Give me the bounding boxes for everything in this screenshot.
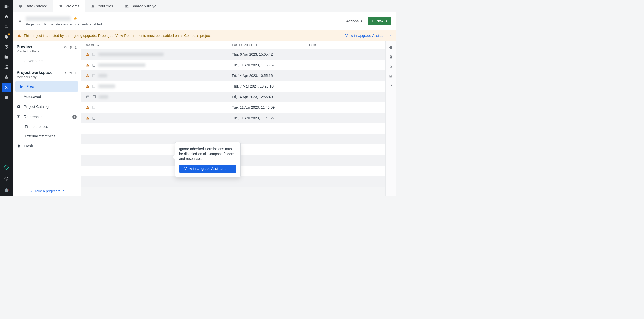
lock-icon[interactable] <box>387 53 395 61</box>
box-icon <box>59 4 63 8</box>
right-detail-rail <box>385 41 396 196</box>
home-icon[interactable] <box>2 12 11 21</box>
new-button[interactable]: ＋ New ▼ <box>368 17 391 25</box>
table-row[interactable]: Tue, 11 Apr 2023, 11:46:09 <box>81 102 385 113</box>
apps-icon[interactable] <box>2 63 11 72</box>
table-row[interactable]: Fri, 14 Apr 2023, 12:56:40 <box>81 92 385 102</box>
preview-title: Preview <box>17 45 39 49</box>
project-tour-link[interactable]: ✦ Take a project tour <box>13 186 81 196</box>
branches-icon[interactable] <box>2 83 11 92</box>
warning-icon <box>86 63 89 67</box>
file-listing: NAME ▲ LAST UPDATED TAGS Thu, 6 Apr 2023… <box>81 41 385 196</box>
svg-rect-18 <box>93 64 95 66</box>
rss-icon[interactable] <box>387 63 395 70</box>
copy-icon[interactable] <box>69 71 72 75</box>
left-nav-rail: ? 🤖 <box>0 0 13 196</box>
folder-icon[interactable] <box>2 52 11 62</box>
project-subtitle: Project with Propagate view requirements… <box>26 22 102 26</box>
banner-upgrade-link[interactable]: View in Upgrade Assistant → <box>345 34 391 38</box>
svg-point-1 <box>5 65 5 66</box>
filename-redacted <box>99 95 108 99</box>
info-icon[interactable] <box>387 44 395 51</box>
tab-your-files[interactable]: Your files <box>85 0 119 12</box>
sidebar-item-files[interactable]: Files <box>15 81 78 92</box>
button-label: View in Upgrade Assistant <box>184 167 225 171</box>
tooltip-upgrade-button[interactable]: View in Upgrade Assistant → <box>179 165 236 173</box>
folder-open-icon <box>19 84 23 89</box>
menu-icon[interactable] <box>2 2 11 11</box>
table-row[interactable]: Thu, 6 Apr 2023, 15:05:42 <box>81 49 385 60</box>
notifications-icon[interactable] <box>2 32 11 41</box>
column-tags[interactable]: TAGS <box>309 43 380 47</box>
cell-updated: Tue, 11 Apr 2023, 11:46:09 <box>232 105 309 109</box>
history-icon[interactable] <box>2 42 11 51</box>
cell-updated: Tue, 11 Apr 2023, 11:53:57 <box>232 63 309 67</box>
sidebar-label: Trash <box>24 144 33 148</box>
external-link-icon: → <box>387 33 392 38</box>
calendar-icon <box>86 95 90 99</box>
preview-subtitle: Visible to others <box>17 50 39 53</box>
table-row-empty <box>81 123 385 134</box>
avatar-icon[interactable]: 🤖 <box>2 185 11 194</box>
help-icon[interactable]: ? <box>2 174 11 183</box>
sidebar-item-autosaved[interactable]: Autosaved <box>13 92 81 102</box>
workspace-title: Project workspace <box>17 70 52 75</box>
chevron-down-icon: ▼ <box>360 20 363 22</box>
sidebar-item-trash[interactable]: Trash <box>13 141 81 151</box>
column-label: LAST UPDATED <box>232 43 257 47</box>
info-icon[interactable]: i <box>72 115 77 119</box>
sidebar-item-file-refs[interactable]: File references <box>13 122 81 131</box>
banner-text: This project is affected by an ongoing u… <box>24 34 212 38</box>
users-icon <box>124 4 129 8</box>
svg-point-8 <box>6 68 7 69</box>
svg-point-0 <box>5 25 7 27</box>
sidebar-item-ext-refs[interactable]: External references <box>13 131 81 141</box>
check-badge-icon <box>17 105 21 109</box>
cell-updated: Thu, 7 Mar 2024, 13:25:18 <box>232 84 309 88</box>
sidebar-label: Project Catalog <box>24 105 49 109</box>
sidebar-item-cover[interactable]: Cover page <box>13 56 81 66</box>
file-type-icon <box>92 84 96 88</box>
trash-rail-icon[interactable] <box>2 93 11 102</box>
table-row[interactable]: Thu, 7 Mar 2024, 13:25:18 <box>81 81 385 92</box>
column-updated[interactable]: LAST UPDATED <box>232 43 309 47</box>
sidebar-item-references[interactable]: References i <box>13 112 81 122</box>
file-type-icon <box>92 74 96 78</box>
tab-label: Data Catalog <box>25 4 47 8</box>
sidebar-item-catalog[interactable]: Project Catalog <box>13 102 81 112</box>
tab-label: Shared with you <box>131 4 159 8</box>
tab-label: Projects <box>66 4 79 8</box>
search-icon[interactable] <box>2 22 11 31</box>
chart-icon[interactable] <box>387 72 395 80</box>
diamond-icon[interactable] <box>2 163 11 172</box>
file-type-icon <box>92 105 96 109</box>
banner-link-label: View in Upgrade Assistant <box>345 34 386 38</box>
team-icon[interactable] <box>2 73 11 82</box>
star-icon[interactable]: ★ <box>73 16 77 21</box>
table-row[interactable]: Tue, 11 Apr 2023, 11:53:57 <box>81 60 385 70</box>
upgrade-banner: This project is affected by an ongoing u… <box>13 30 396 41</box>
tab-data-catalog[interactable]: Data Catalog <box>13 0 53 12</box>
file-type-icon <box>92 116 96 120</box>
file-type-icon <box>92 52 96 56</box>
copy-icon[interactable] <box>69 46 72 49</box>
actions-label: Actions <box>346 19 359 23</box>
tab-projects[interactable]: Projects <box>53 0 85 12</box>
actions-menu[interactable]: Actions ▼ <box>346 19 363 23</box>
table-row[interactable]: Tue, 11 Apr 2023, 11:49:27 <box>81 113 385 123</box>
column-name[interactable]: NAME ▲ <box>86 43 232 47</box>
table-row[interactable]: Fri, 14 Apr 2023, 10:55:16 <box>81 70 385 81</box>
table-row-empty <box>81 176 385 187</box>
svg-rect-21 <box>87 96 89 98</box>
svg-point-9 <box>7 68 8 69</box>
sidebar-label: Cover page <box>24 59 43 63</box>
wrench-icon[interactable] <box>387 82 395 90</box>
eye-icon[interactable] <box>63 46 67 49</box>
file-type-icon <box>92 63 96 67</box>
external-link-icon: → <box>227 166 232 171</box>
tab-shared[interactable]: Shared with you <box>119 0 164 12</box>
gear-icon[interactable] <box>63 71 67 75</box>
sort-asc-icon: ▲ <box>97 44 100 46</box>
asterisk-icon <box>17 115 21 119</box>
warning-icon <box>86 106 89 109</box>
